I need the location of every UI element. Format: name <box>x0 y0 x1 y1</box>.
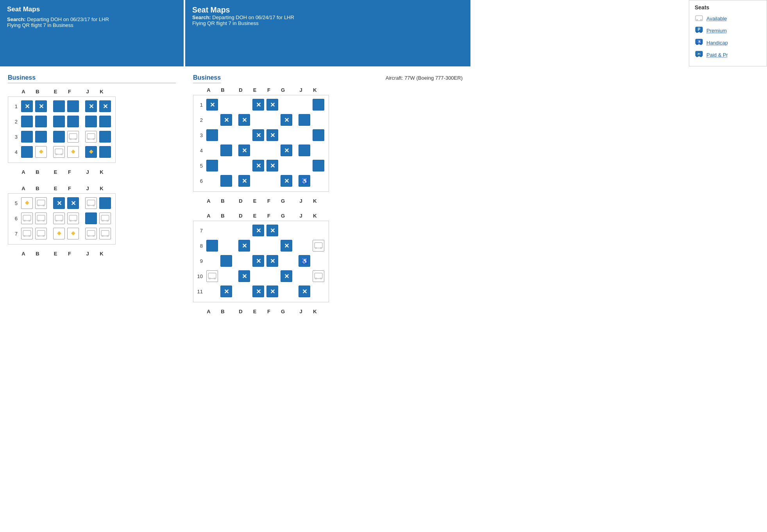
r-seat-9K[interactable] <box>312 254 325 268</box>
seat-5K[interactable] <box>98 196 112 210</box>
paid-label[interactable]: Paid & Pr <box>706 52 728 58</box>
r-occ-11B[interactable]: ✕ <box>220 286 232 297</box>
seat-6J[interactable] <box>84 212 98 225</box>
seat-avail-6F[interactable] <box>67 212 79 224</box>
available-label[interactable]: Available <box>706 16 727 21</box>
seat-2B[interactable] <box>34 115 48 128</box>
r-blue-9B[interactable] <box>220 255 232 267</box>
seat-avail-5J[interactable] <box>85 197 97 209</box>
seat-1A[interactable]: ✕ <box>20 100 34 113</box>
seat-occ-5F[interactable]: ✕ <box>67 197 79 209</box>
hc-seat-9J[interactable]: ♿ <box>299 255 310 267</box>
seat-6B[interactable] <box>34 212 48 225</box>
r-seat-2G[interactable]: ✕ <box>280 113 293 127</box>
r-seat-6B[interactable] <box>220 174 233 187</box>
seat-blue-1F[interactable] <box>67 100 79 112</box>
seat-3A[interactable] <box>20 130 34 143</box>
r-blue-5A[interactable] <box>206 160 218 171</box>
r-seat-9A[interactable] <box>206 254 219 268</box>
r-seat-5J[interactable] <box>298 159 311 172</box>
seat-1E[interactable] <box>52 100 66 113</box>
r-seat-2B[interactable]: ✕ <box>220 113 233 127</box>
r-occ-10G[interactable]: ✕ <box>281 270 292 282</box>
seat-blue-5K[interactable] <box>99 197 111 209</box>
r-seat-11B[interactable]: ✕ <box>220 285 233 298</box>
r-seat-8E[interactable] <box>252 239 265 252</box>
seat-4E[interactable] <box>52 145 66 159</box>
seat-2K[interactable] <box>98 115 112 128</box>
r-occ-2B[interactable]: ✕ <box>220 114 232 126</box>
r-seat-6J[interactable]: ♿ <box>298 174 311 187</box>
seat-2J[interactable] <box>84 115 98 128</box>
r-seat-7B[interactable] <box>220 224 233 237</box>
r-seat-10B[interactable] <box>220 270 233 283</box>
r-seat-2D[interactable]: ✕ <box>238 113 251 127</box>
seat-avail-4E[interactable] <box>53 146 65 158</box>
r-seat-4F[interactable] <box>266 144 279 157</box>
seat-avail-6E[interactable] <box>53 212 65 224</box>
r-occ-4D[interactable]: ✕ <box>238 145 250 156</box>
r-occ-3F[interactable]: ✕ <box>266 129 278 141</box>
r-seat-8J[interactable] <box>298 239 311 252</box>
r-occ-7F[interactable]: ✕ <box>266 225 278 236</box>
r-blue-3K[interactable] <box>313 129 324 141</box>
r-seat-11K[interactable] <box>312 285 325 298</box>
seat-1K[interactable]: ✕ <box>98 100 112 113</box>
r-seat-11J[interactable]: ✕ <box>298 285 311 298</box>
r-seat-8D[interactable]: ✕ <box>238 239 251 252</box>
r-seat-9G[interactable] <box>280 254 293 268</box>
seat-occupied-1K[interactable]: ✕ <box>99 100 111 112</box>
r-seat-7K[interactable] <box>312 224 325 237</box>
r-seat-9E[interactable]: ✕ <box>252 254 265 268</box>
seat-avail-7A[interactable] <box>21 228 33 239</box>
r-seat-8K[interactable] <box>312 239 325 252</box>
r-seat-10K[interactable] <box>312 270 325 283</box>
r-occ-3E[interactable]: ✕ <box>252 129 264 141</box>
r-occ-9F[interactable]: ✕ <box>266 255 278 267</box>
r-blue-8A[interactable] <box>206 240 218 252</box>
r-seat-4K[interactable] <box>312 144 325 157</box>
r-blue-2J[interactable] <box>299 114 310 126</box>
seat-blue-3A[interactable] <box>21 131 33 143</box>
seat-occ-5E[interactable]: ✕ <box>53 197 65 209</box>
r-seat-8G[interactable]: ✕ <box>280 239 293 252</box>
r-seat-1B[interactable] <box>220 98 233 111</box>
r-seat-11A[interactable] <box>206 285 219 298</box>
r-seat-8A[interactable] <box>206 239 219 252</box>
seat-3E[interactable] <box>52 130 66 143</box>
r-seat-2A[interactable] <box>206 113 219 127</box>
seat-5B[interactable] <box>34 196 48 210</box>
seat-blue-4K[interactable] <box>99 146 111 158</box>
seat-6A[interactable] <box>20 212 34 225</box>
r-seat-5A[interactable] <box>206 159 219 172</box>
r-occ-1F[interactable]: ✕ <box>266 99 278 111</box>
seat-2A[interactable] <box>20 115 34 128</box>
r-seat-3K[interactable] <box>312 129 325 142</box>
r-occ-11F[interactable]: ✕ <box>266 286 278 297</box>
r-seat-11G[interactable] <box>280 285 293 298</box>
r-occ-4G[interactable]: ✕ <box>281 145 292 156</box>
r-blue-6B[interactable] <box>220 175 232 187</box>
seat-avail-6K[interactable] <box>99 212 111 224</box>
seat-4J[interactable]: ◆ <box>84 145 98 159</box>
r-seat-3G[interactable] <box>280 129 293 142</box>
r-blue-4B[interactable] <box>220 145 232 156</box>
r-avail-10A[interactable] <box>206 270 218 282</box>
seat-avail-6B[interactable] <box>35 212 47 224</box>
r-occ-9E[interactable]: ✕ <box>252 255 264 267</box>
r-seat-8B[interactable] <box>220 239 233 252</box>
r-seat-4J[interactable] <box>298 144 311 157</box>
r-blue-5K[interactable] <box>313 160 324 171</box>
r-avail-10K[interactable] <box>313 270 324 282</box>
r-occ-10D[interactable]: ✕ <box>238 270 250 282</box>
r-seat-10D[interactable]: ✕ <box>238 270 251 283</box>
r-blue-3A[interactable] <box>206 129 218 141</box>
seat-5F[interactable]: ✕ <box>66 196 80 210</box>
seat-6K[interactable] <box>98 212 112 225</box>
seat-blue-2F[interactable] <box>67 116 79 127</box>
r-occ-1E[interactable]: ✕ <box>252 99 264 111</box>
r-occ-2D[interactable]: ✕ <box>238 114 250 126</box>
seat-3B[interactable] <box>34 130 48 143</box>
seat-7K[interactable] <box>98 227 112 240</box>
seat-avail-5B[interactable] <box>35 197 47 209</box>
